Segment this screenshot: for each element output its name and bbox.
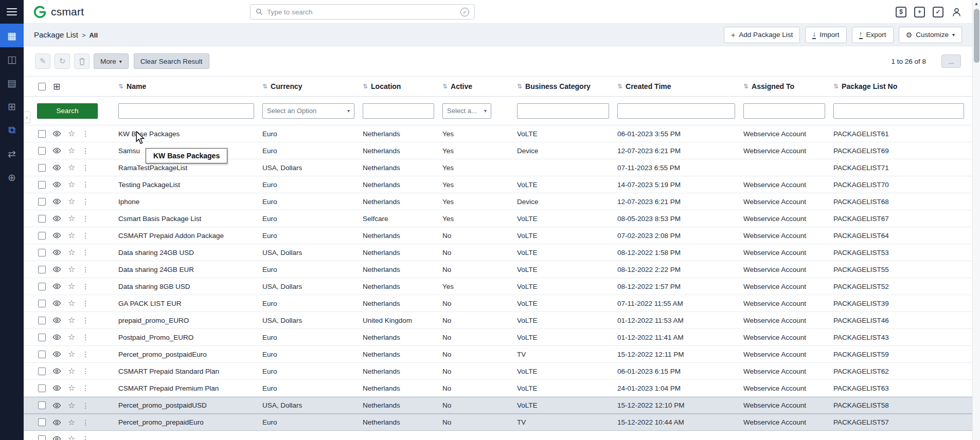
favorite-icon[interactable]: ☆ [68,146,75,155]
table-row[interactable]: ☆ ⋮ Data sharing 24GB USD USA, Dollars N… [24,244,972,261]
favorite-icon[interactable]: ☆ [68,333,75,341]
column-header-location[interactable]: ⇅Location [363,82,442,90]
row-checkbox[interactable] [38,300,46,307]
table-row[interactable]: ☆ ⋮ Data sharing 8GB USD USA, Dollars Ne… [24,278,972,295]
table-row[interactable]: ☆ ⋮ Iphone Euro Netherlands Yes Device 1… [24,193,972,210]
row-checkbox[interactable] [38,198,46,206]
view-icon[interactable] [52,334,61,340]
view-icon[interactable] [52,215,61,222]
favorite-icon[interactable]: ☆ [68,367,75,375]
search-scope-icon[interactable]: ✓ [460,8,469,16]
row-menu-icon[interactable]: ⋮ [82,180,89,189]
table-row[interactable]: ☆ ⋮ Csmart Basis Package List Euro Selfc… [24,210,972,227]
sort-icon[interactable]: ⇅ [617,83,622,90]
row-checkbox[interactable] [38,368,46,375]
row-menu-icon[interactable]: ⋮ [82,418,89,427]
clear-search-result-button[interactable]: Clear Search Result [134,53,209,69]
cell-name[interactable]: Csmart Basis Package List [118,215,262,223]
sort-icon[interactable]: ⇅ [442,83,448,90]
table-row[interactable]: ☆ ⋮ Percet_promo_postpaidEuro Euro Nethe… [24,346,972,363]
customize-button[interactable]: ⚙ Customize ▾ [899,27,962,43]
table-row[interactable]: ☆ ⋮ CSMART Prepaid Addon Package Euro Ne… [24,227,972,244]
favorite-icon[interactable]: ☆ [68,197,75,206]
sidebar-item-workflow[interactable]: ⧉ [0,118,24,142]
table-row[interactable]: ☆ ⋮ CSMART Prepaid Premium Plan Euro Net… [24,380,972,397]
favorite-icon[interactable]: ☆ [68,350,75,358]
favorite-icon[interactable]: ☆ [68,282,75,290]
panel-expander[interactable]: › [24,111,30,123]
favorite-icon[interactable]: ☆ [68,130,75,138]
sort-icon[interactable]: ⇅ [262,83,268,90]
cell-name[interactable]: Postpaid_Promo_EURO [118,334,262,341]
table-row[interactable]: ☆ ⋮ GA PACK LIST EUR Euro Netherlands No… [24,295,972,312]
cell-name[interactable]: prepaid_promo_EURO [118,317,262,324]
favorite-icon[interactable]: ☆ [68,248,75,256]
view-icon[interactable] [52,402,61,409]
filter-currency-select[interactable]: Select an Option ▾ [262,103,354,119]
breadcrumb-root[interactable]: Package List [34,30,78,39]
column-header-currency[interactable]: ⇅Currency [262,82,363,90]
row-menu-icon[interactable]: ⋮ [82,367,89,375]
favorite-icon[interactable]: ☆ [68,231,75,240]
sidebar-item-network[interactable]: ⊕ [0,166,24,189]
sidebar-item-billing[interactable]: ▦ [0,24,24,47]
row-menu-icon[interactable]: ⋮ [82,265,89,273]
row-checkbox[interactable] [38,181,46,189]
row-menu-icon[interactable]: ⋮ [82,282,89,290]
add-package-list-button[interactable]: + Add Package List [724,27,800,43]
favorite-icon[interactable]: ☆ [68,401,75,410]
column-header-package-list-no[interactable]: ⇅Package List No [833,82,972,90]
favorite-icon[interactable]: ☆ [68,316,75,324]
global-search-input[interactable]: Type to search ✓ [250,4,475,20]
row-menu-icon[interactable]: ⋮ [82,401,89,410]
cell-name[interactable]: Percet_promo_prepaidEuro [118,418,262,426]
row-menu-icon[interactable]: ⋮ [82,299,89,307]
search-button[interactable]: Search [37,103,98,119]
favorite-icon[interactable]: ☆ [68,299,75,307]
sort-icon[interactable]: ⇅ [517,83,522,90]
column-header-assigned-to[interactable]: ⇅Assigned To [743,82,833,90]
view-icon[interactable] [52,385,61,391]
sort-icon[interactable]: ⇅ [363,83,368,90]
row-checkbox[interactable] [38,435,46,440]
table-row[interactable]: ☆ ⋮ KW Base Packages Euro Netherlands Ye… [24,125,972,142]
row-checkbox[interactable] [38,334,46,341]
edit-button[interactable]: ✎ [35,53,50,69]
filter-location-input[interactable] [363,103,434,119]
filter-package-list-no-input[interactable] [833,103,964,119]
favorite-icon[interactable]: ☆ [68,163,75,172]
import-button[interactable]: ↓ Import [805,27,846,43]
export-button[interactable]: ↑ Export [852,27,894,43]
filter-active-select[interactable]: Select a... ▾ [442,103,491,119]
sidebar-item-products[interactable]: ▤ [0,71,24,95]
favorite-icon[interactable]: ☆ [68,180,75,189]
app-logo[interactable]: csmart [33,0,84,24]
row-menu-icon[interactable]: ⋮ [82,316,89,324]
cell-name[interactable]: Data sharing 8GB USD [118,283,262,290]
row-checkbox[interactable] [38,130,46,138]
cell-name[interactable]: GA PACK LIST EUR [118,300,262,307]
table-row[interactable]: ☆ ⋮ Percet_promo_prepaidEuro Euro Nether… [24,414,972,431]
row-checkbox[interactable] [38,283,46,290]
row-checkbox[interactable] [38,249,46,256]
refresh-button[interactable]: ↻ [55,53,70,69]
delete-button[interactable] [74,53,90,69]
row-menu-icon[interactable]: ⋮ [82,333,89,341]
row-menu-icon[interactable]: ⋮ [82,197,89,206]
column-header-business-category[interactable]: ⇅Business Category [517,82,617,90]
filter-assigned-to-input[interactable] [743,103,825,119]
favorite-icon[interactable]: ☆ [68,418,75,427]
cell-name[interactable]: RamaTestPackageList [118,164,262,172]
user-icon[interactable] [951,7,962,17]
filter-business-category-input[interactable] [517,103,609,119]
row-checkbox[interactable] [38,401,46,409]
view-icon[interactable] [52,419,61,426]
sort-icon[interactable]: ⇅ [118,83,123,90]
view-icon[interactable] [52,266,61,272]
view-icon[interactable] [52,436,61,440]
more-pages-button[interactable]: ... [941,54,961,68]
cell-name[interactable]: CSMART Prepaid Premium Plan [118,384,262,392]
tasks-icon[interactable]: ✓ [933,7,943,17]
quick-add-icon[interactable]: + [914,7,925,17]
view-icon[interactable] [52,283,61,289]
